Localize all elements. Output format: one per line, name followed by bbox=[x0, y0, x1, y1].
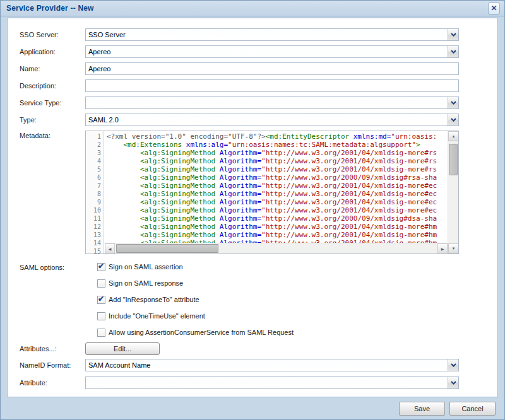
chevron-down-icon bbox=[451, 33, 456, 37]
line-number: 15 bbox=[86, 247, 104, 254]
saml-option-row: ✔Add "InResponseTo" attribute bbox=[8, 293, 497, 306]
saml-option-row: Include "OneTimeUse" element bbox=[8, 310, 497, 322]
application-row: Application: Apereo bbox=[8, 45, 497, 58]
dialog-title: Service Provider -- New bbox=[6, 4, 94, 13]
sso-server-trigger[interactable] bbox=[448, 29, 458, 40]
checkbox-label[interactable]: Sign on SAML assertion bbox=[105, 263, 183, 271]
checkbox[interactable] bbox=[97, 329, 105, 337]
line-number: 13 bbox=[86, 231, 104, 239]
horizontal-scroll-thumb[interactable] bbox=[116, 244, 218, 253]
nameid-format-value: SAM Account Name bbox=[86, 359, 448, 371]
editor-code-area[interactable]: <?xml version="1.0" encoding="UTF-8"?><m… bbox=[107, 131, 448, 254]
attributes-row: Attributes...: Edit... bbox=[8, 342, 497, 355]
type-label: Type: bbox=[8, 114, 85, 126]
application-trigger[interactable] bbox=[448, 46, 458, 57]
description-row: Description: bbox=[8, 79, 497, 92]
attributes-edit-button[interactable]: Edit... bbox=[85, 342, 160, 355]
attribute-combo[interactable] bbox=[85, 376, 459, 389]
saml-options-label: SAML options: bbox=[8, 261, 85, 271]
save-button[interactable]: Save bbox=[399, 402, 445, 416]
checkbox[interactable] bbox=[97, 279, 105, 288]
attributes-label: Attributes...: bbox=[8, 342, 85, 355]
code-line: <alg:SigningMethod Algorithm="http://www… bbox=[107, 182, 448, 190]
application-combo[interactable]: Apereo bbox=[85, 45, 459, 58]
line-number: 9 bbox=[86, 198, 104, 206]
type-value: SAML 2.0 bbox=[86, 114, 448, 125]
service-type-trigger[interactable] bbox=[448, 97, 458, 108]
chevron-down-icon bbox=[451, 101, 456, 105]
code-line: <alg:SigningMethod Algorithm="http://www… bbox=[107, 149, 448, 157]
checkbox-label[interactable]: Allow using AssertionConsumerService fro… bbox=[105, 329, 294, 336]
nameid-format-trigger[interactable] bbox=[448, 359, 458, 371]
code-line: <alg:SigningMethod Algorithm="http://www… bbox=[107, 206, 448, 214]
line-number: 1 bbox=[86, 132, 104, 141]
line-number: 2 bbox=[86, 141, 104, 149]
metadata-editor[interactable]: 12345678910111213141516 <?xml version="1… bbox=[85, 131, 459, 254]
nameid-format-combo[interactable]: SAM Account Name bbox=[85, 359, 459, 371]
scroll-down-icon[interactable]: ▼ bbox=[448, 243, 459, 254]
cancel-button[interactable]: Cancel bbox=[449, 402, 496, 416]
code-line: <alg:SigningMethod Algorithm="http://www… bbox=[107, 173, 448, 182]
nameid-format-label: NameID Format: bbox=[8, 359, 85, 371]
vertical-scroll-thumb[interactable] bbox=[449, 144, 458, 175]
checkbox-label[interactable]: Include "OneTimeUse" element bbox=[105, 312, 205, 320]
name-input[interactable] bbox=[85, 62, 459, 75]
metadata-label: Metadata: bbox=[8, 131, 85, 254]
attribute-label: Attribute: bbox=[8, 376, 85, 389]
description-input[interactable] bbox=[85, 79, 459, 92]
sso-server-row: SSO Server: SSO Server bbox=[8, 28, 497, 41]
close-icon[interactable]: ✕ bbox=[488, 3, 500, 15]
line-number: 5 bbox=[86, 165, 104, 173]
attribute-row: Attribute: bbox=[8, 376, 497, 389]
type-row: Type: SAML 2.0 bbox=[8, 114, 497, 126]
line-number: 8 bbox=[86, 190, 104, 198]
line-number: 12 bbox=[86, 223, 104, 231]
type-trigger[interactable] bbox=[448, 114, 458, 125]
line-number: 14 bbox=[86, 239, 104, 247]
code-line: <alg:SigningMethod Algorithm="http://www… bbox=[107, 223, 448, 231]
sso-server-combo[interactable]: SSO Server bbox=[85, 28, 459, 41]
editor-vertical-scrollbar[interactable]: ▲ ▼ bbox=[448, 131, 458, 254]
chevron-down-icon bbox=[451, 381, 456, 385]
code-line: <md:Extensions xmlns:alg="urn:oasis:name… bbox=[107, 141, 448, 149]
code-line: <alg:SigningMethod Algorithm="http://www… bbox=[107, 198, 448, 206]
scroll-right-icon[interactable]: ▶ bbox=[437, 243, 448, 254]
checkbox[interactable]: ✔ bbox=[97, 263, 105, 271]
type-combo[interactable]: SAML 2.0 bbox=[85, 114, 459, 126]
attribute-trigger[interactable] bbox=[448, 377, 458, 388]
checkmark-icon: ✔ bbox=[98, 295, 104, 303]
checkbox-label[interactable]: Sign on SAML response bbox=[105, 279, 183, 287]
line-number: 10 bbox=[86, 206, 104, 214]
line-number: 6 bbox=[86, 173, 104, 182]
sso-server-label: SSO Server: bbox=[8, 28, 85, 41]
dialog-footer: Save Cancel bbox=[1, 397, 504, 419]
service-type-row: Service Type: bbox=[8, 96, 497, 109]
checkbox[interactable] bbox=[97, 312, 105, 320]
saml-option-row: SAML options:✔Sign on SAML assertion bbox=[8, 260, 497, 273]
checkbox-label[interactable]: Add "InResponseTo" attribute bbox=[105, 296, 199, 303]
code-line: <alg:SigningMethod Algorithm="http://www… bbox=[107, 214, 448, 223]
code-line: <?xml version="1.0" encoding="UTF-8"?><m… bbox=[107, 132, 448, 141]
scroll-left-icon[interactable]: ◀ bbox=[105, 243, 115, 254]
application-value: Apereo bbox=[86, 46, 448, 57]
scroll-up-icon[interactable]: ▲ bbox=[448, 131, 459, 141]
description-label: Description: bbox=[8, 79, 85, 92]
chevron-down-icon bbox=[451, 50, 456, 54]
chevron-down-icon bbox=[451, 118, 456, 122]
service-provider-dialog: Service Provider -- New ✕ SSO Server: SS… bbox=[0, 0, 505, 420]
saml-option-row: Allow using AssertionConsumerService fro… bbox=[8, 326, 497, 339]
line-number: 7 bbox=[86, 182, 104, 190]
checkbox[interactable]: ✔ bbox=[97, 296, 105, 304]
chevron-down-icon bbox=[451, 363, 456, 367]
name-label: Name: bbox=[8, 62, 85, 75]
dialog-body: SSO Server: SSO Server Application: Aper… bbox=[7, 18, 498, 397]
code-line: <alg:SigningMethod Algorithm="http://www… bbox=[107, 165, 448, 173]
service-type-value bbox=[86, 97, 448, 108]
dialog-titlebar: Service Provider -- New ✕ bbox=[1, 1, 504, 16]
service-type-label: Service Type: bbox=[8, 96, 85, 109]
application-label: Application: bbox=[8, 45, 85, 58]
service-type-combo[interactable] bbox=[85, 96, 459, 109]
saml-option-row: Sign on SAML response bbox=[8, 277, 497, 289]
editor-horizontal-scrollbar[interactable]: ◀ ▶ bbox=[105, 243, 448, 254]
sso-server-value: SSO Server bbox=[86, 29, 448, 40]
